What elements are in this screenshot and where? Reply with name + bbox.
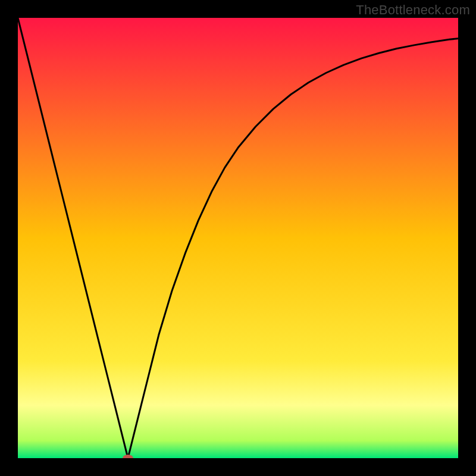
bottleneck-chart [18, 18, 458, 458]
chart-frame: TheBottleneck.com [0, 0, 476, 476]
chart-background [18, 18, 458, 458]
watermark-text: TheBottleneck.com [356, 2, 470, 18]
